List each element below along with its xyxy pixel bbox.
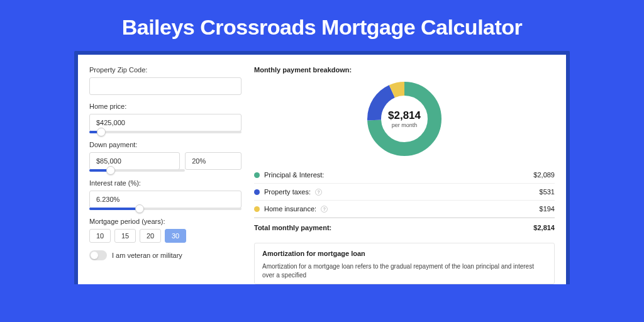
breakdown-column: Monthly payment breakdown: $2,814 per mo…	[254, 66, 555, 284]
breakdown-title: Monthly payment breakdown:	[254, 66, 555, 74]
total-label: Total monthly payment:	[254, 224, 331, 231]
period-option-10[interactable]: 10	[89, 229, 111, 243]
down-payment-field: Down payment:	[89, 141, 242, 172]
mortgage-period-label: Mortgage period (years):	[89, 218, 242, 225]
dot-icon	[254, 206, 260, 212]
interest-rate-label: Interest rate (%):	[89, 179, 242, 187]
home-price-input[interactable]	[89, 114, 242, 131]
donut-center: $2,814 per month	[388, 109, 421, 128]
legend-label: Home insurance:	[264, 205, 316, 213]
total-value: $2,814	[533, 224, 555, 231]
legend-home-insurance: Home insurance: ? $194	[254, 201, 555, 218]
interest-rate-slider-fill	[89, 208, 140, 210]
legend-value: $2,089	[533, 171, 555, 179]
amortization-box: Amortization for mortgage loan Amortizat…	[254, 243, 555, 284]
down-payment-amount-input[interactable]	[89, 152, 180, 170]
legend-value: $194	[540, 205, 555, 213]
veteran-toggle-knob	[91, 252, 98, 259]
calculator-panel: Property Zip Code: Home price: Down paym…	[78, 55, 566, 284]
mortgage-period-options: 10 15 20 30	[89, 229, 242, 243]
amortization-text: Amortization for a mortgage loan refers …	[262, 262, 547, 280]
down-payment-percent-input[interactable]	[185, 152, 242, 170]
donut-amount: $2,814	[388, 109, 421, 122]
info-icon[interactable]: ?	[315, 189, 322, 196]
zip-label: Property Zip Code:	[89, 66, 242, 74]
legend-principal-interest: Principal & Interest: $2,089	[254, 167, 555, 184]
veteran-label: I am veteran or military	[112, 252, 182, 259]
veteran-toggle[interactable]	[89, 250, 107, 260]
interest-rate-slider[interactable]	[89, 208, 242, 210]
zip-input[interactable]	[89, 77, 242, 95]
dot-icon	[254, 172, 260, 178]
page-title: Baileys Crossroads Mortgage Calculator	[0, 15, 644, 40]
home-price-slider-thumb[interactable]	[97, 128, 106, 136]
dot-icon	[254, 189, 260, 195]
down-payment-slider[interactable]	[89, 169, 185, 172]
info-icon[interactable]: ?	[321, 206, 328, 213]
period-option-15[interactable]: 15	[114, 229, 136, 243]
period-option-20[interactable]: 20	[140, 229, 161, 243]
calculator-panel-frame: Property Zip Code: Home price: Down paym…	[74, 51, 570, 284]
total-row: Total monthly payment: $2,814	[254, 218, 555, 239]
zip-field: Property Zip Code:	[89, 66, 242, 95]
interest-rate-field: Interest rate (%):	[89, 179, 242, 210]
legend-label: Principal & Interest:	[264, 171, 324, 179]
legend-value: $531	[540, 188, 555, 196]
form-column: Property Zip Code: Home price: Down paym…	[89, 66, 242, 284]
donut-per-month: per month	[388, 122, 421, 128]
home-price-field: Home price:	[89, 103, 242, 133]
page-header: Baileys Crossroads Mortgage Calculator	[0, 0, 644, 51]
interest-rate-slider-thumb[interactable]	[135, 204, 144, 213]
down-payment-slider-thumb[interactable]	[106, 166, 115, 175]
home-price-slider[interactable]	[89, 131, 242, 133]
donut-chart-wrap: $2,814 per month	[254, 80, 555, 158]
mortgage-period-field: Mortgage period (years): 10 15 20 30	[89, 218, 242, 243]
down-payment-label: Down payment:	[89, 141, 242, 148]
veteran-row: I am veteran or military	[89, 250, 242, 260]
legend-property-taxes: Property taxes: ? $531	[254, 184, 555, 201]
home-price-label: Home price:	[89, 103, 242, 110]
period-option-30[interactable]: 30	[165, 229, 186, 243]
legend-label: Property taxes:	[264, 188, 311, 196]
amortization-title: Amortization for mortgage loan	[262, 250, 547, 257]
interest-rate-input[interactable]	[89, 191, 242, 208]
donut-chart: $2,814 per month	[365, 80, 443, 158]
